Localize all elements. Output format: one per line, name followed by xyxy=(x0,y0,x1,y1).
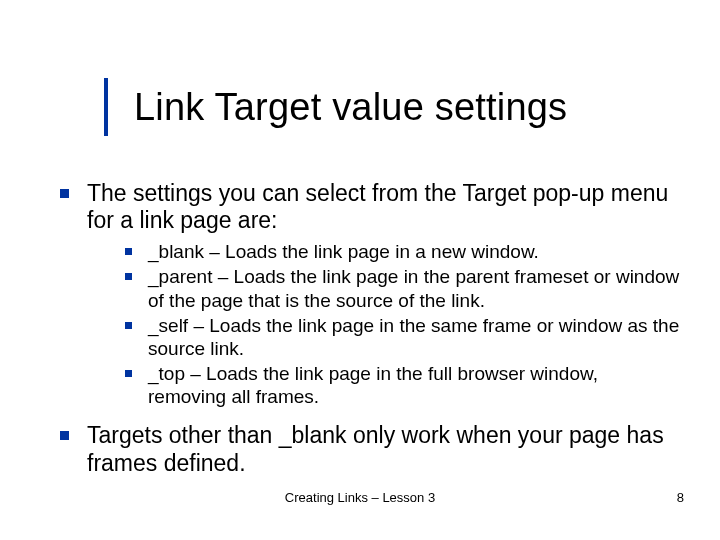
bullet-body: The settings you can select from the Tar… xyxy=(87,180,680,416)
slide: Link Target value settings The settings … xyxy=(0,0,720,540)
footer-lesson-label: Creating Links – Lesson 3 xyxy=(285,490,435,505)
bullet-text: The settings you can select from the Tar… xyxy=(87,180,680,234)
square-bullet-icon xyxy=(60,431,69,440)
square-bullet-icon xyxy=(125,370,132,377)
square-bullet-icon xyxy=(125,248,132,255)
square-bullet-icon xyxy=(125,273,132,280)
slide-title: Link Target value settings xyxy=(134,86,567,129)
slide-footer: Creating Links – Lesson 3 8 xyxy=(0,490,720,510)
square-bullet-icon xyxy=(60,189,69,198)
title-wrap: Link Target value settings xyxy=(104,78,567,136)
sub-bullet-text: _self – Loads the link page in the same … xyxy=(148,314,680,360)
sub-bullet-text: _top – Loads the link page in the full b… xyxy=(148,362,680,408)
square-bullet-icon xyxy=(125,322,132,329)
sub-bullet-item: _parent – Loads the link page in the par… xyxy=(125,265,680,311)
bullet-body: Targets other than _blank only work when… xyxy=(87,422,680,476)
sub-bullet-item: _top – Loads the link page in the full b… xyxy=(125,362,680,408)
bullet-list-level1: The settings you can select from the Tar… xyxy=(60,180,680,477)
sub-bullet-text: _parent – Loads the link page in the par… xyxy=(148,265,680,311)
bullet-text: Targets other than _blank only work when… xyxy=(87,422,680,476)
slide-content: The settings you can select from the Tar… xyxy=(60,180,680,483)
bullet-item: The settings you can select from the Tar… xyxy=(60,180,680,416)
sub-bullet-text: _blank – Loads the link page in a new wi… xyxy=(148,240,539,263)
bullet-list-level2: _blank – Loads the link page in a new wi… xyxy=(125,240,680,408)
sub-bullet-item: _self – Loads the link page in the same … xyxy=(125,314,680,360)
title-accent-bar xyxy=(104,78,108,136)
bullet-item: Targets other than _blank only work when… xyxy=(60,422,680,476)
footer-page-number: 8 xyxy=(677,490,684,505)
sub-bullet-item: _blank – Loads the link page in a new wi… xyxy=(125,240,680,263)
